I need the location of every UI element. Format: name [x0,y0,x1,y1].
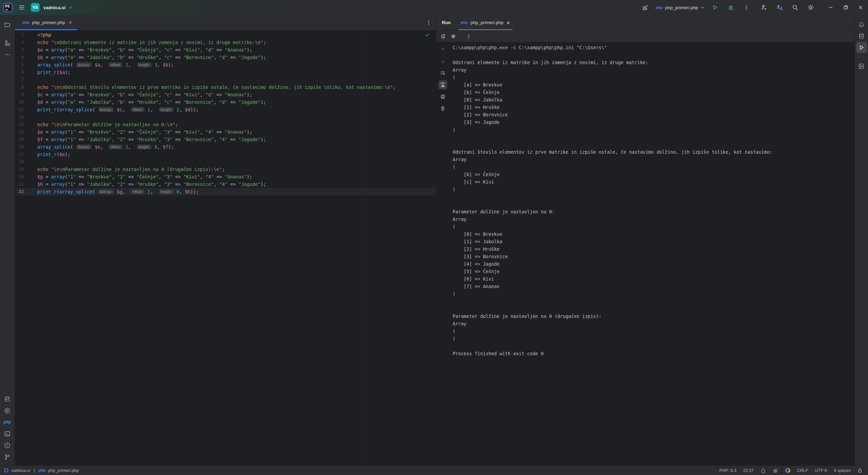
terminal-tool-icon[interactable] [2,428,13,439]
line-number: 11 [15,106,31,113]
code-text: $d = array("a" => "Jabolka", "b" => "Hru… [31,98,266,106]
debug-button[interactable] [726,2,736,13]
translate-icon[interactable] [774,2,785,13]
code-line: 11print_r(array_splice( &array: $c, offs… [15,106,436,113]
structure-tool-icon[interactable] [2,38,13,49]
code-line: 17print_r($e); [15,151,436,158]
next-occurrence-icon[interactable] [438,57,447,65]
breadcrumb-file[interactable]: php_primeri.php [48,468,79,473]
print-icon[interactable] [438,92,447,101]
drop-icon[interactable] [761,468,766,473]
window-minimize-button[interactable] [823,0,838,15]
tab-options-icon[interactable] [421,15,436,30]
code-line: 20$g = array("1" => "Breskve", "2" => "Č… [15,173,436,180]
run-tool-window: Run php php_primeri.php ✕ [436,15,854,466]
more-tool-windows-icon[interactable] [2,49,13,60]
project-tool-icon[interactable] [2,19,13,30]
project-selector[interactable]: VS vadnica.si [31,3,73,12]
more-actions-icon[interactable] [741,2,751,13]
console-gutter [436,42,449,466]
line-number: 20 [15,173,31,180]
database-tool-icon[interactable] [2,394,13,404]
debug-listener-icon[interactable] [773,468,778,473]
window-restore-button[interactable] [838,0,853,15]
breadcrumb-project[interactable]: vadnica.si [11,468,30,473]
stripe-separator [4,34,11,34]
code-text: echo "\n\nParameter dolžine je nastavlje… [31,121,178,128]
window-close-button[interactable] [853,0,868,15]
console-line: [3] => Borovnice [453,253,854,260]
run-tool-window-icon[interactable] [856,42,867,53]
inspections-ok-icon[interactable] [425,32,430,37]
console-line: [0] => Jabolka [453,96,854,103]
code-line: 4$b = array("a" => "Jabolka", "b" => "Hr… [15,54,436,61]
php-version-widget[interactable]: PHP: 8.3 [719,468,736,473]
notifications-bell-icon[interactable] [856,19,867,30]
git-tool-icon[interactable] [2,451,13,462]
code-with-me-icon[interactable] [759,2,769,13]
parameter-hint: length: [159,189,174,194]
tab-close-icon[interactable]: ✕ [506,20,510,25]
editor-tab-php-primeri[interactable]: php php_primeri.php ✕ [15,15,77,30]
code-line: 19echo "\n\nParameter dolžine je nastavl… [15,166,436,173]
chevron-down-icon [701,5,705,10]
run-configuration-selector[interactable]: php php_primeri.php [656,5,705,10]
code-text: $h = array("1" => "Jabolka", "2" => "Hru… [31,180,266,188]
scroll-to-end-icon[interactable] [438,80,447,89]
previous-occurrence-icon[interactable] [438,45,447,54]
debug-listener-icon[interactable] [640,2,650,13]
line-number: 14 [15,128,31,136]
services-tool-icon[interactable] [2,405,13,416]
php-file-icon: php [656,6,663,10]
line-ending-widget[interactable]: CRLF [797,468,808,473]
problems-tool-icon[interactable] [2,440,13,451]
run-button[interactable] [710,2,720,13]
code-text: $c = array("a" => "Breskve", "b" => "Češ… [31,91,252,98]
console-line [453,141,854,148]
phpstorm-logo-icon[interactable]: PS [3,3,13,12]
right-tool-stripe [854,15,868,466]
code-text: $f = array("1" => "Jabolka", "2" => "Hru… [31,136,266,143]
settings-gear-icon[interactable] [806,2,816,13]
main-menu-icon[interactable] [17,2,27,13]
console-line: [0] => Breskve [453,230,854,238]
stop-button[interactable] [449,32,457,40]
console-line: [2] => Hruške [453,245,854,253]
run-console-output[interactable]: C:\xampp\php\php.exe -c C:\xampp\php\php… [449,42,854,466]
run-more-options-icon[interactable] [465,32,473,40]
clear-all-icon[interactable] [438,104,447,113]
tab-close-icon[interactable]: ✕ [68,20,72,25]
stripe-separator [858,57,865,57]
google-icon[interactable] [785,468,790,473]
run-tab-php-primeri[interactable]: php php_primeri.php ✕ [457,15,514,30]
parameter-hint: length: [137,62,152,67]
code-text: <?php [31,31,51,39]
line-number: 5 [15,61,31,69]
line-number: 7 [15,76,31,83]
code-editor[interactable]: 1<?php2echo "\nOdstrani elemente iz matr… [15,31,436,466]
console-line: ) [453,186,854,193]
indent-widget[interactable]: 4 spaces [834,468,851,473]
console-line [453,193,854,201]
clock-widget[interactable]: 22:37 [743,468,754,473]
rerun-button[interactable] [439,32,447,40]
php-tool-icon[interactable]: php [2,417,13,428]
documentation-tool-icon[interactable] [856,61,867,72]
search-everywhere-icon[interactable] [790,2,800,13]
console-line: ) [453,335,854,342]
console-line: Array [453,215,854,223]
line-number: 17 [15,151,31,158]
unlock-icon[interactable] [857,468,863,473]
console-line [453,298,854,305]
console-line: ) [453,290,854,298]
code-line: 9$c = array("a" => "Breskve", "b" => "Če… [15,91,436,98]
database-tool-icon[interactable] [856,31,867,41]
console-line [453,201,854,208]
parameter-hint: &array: [98,189,114,194]
console-line: [b] => Češnje [453,89,854,96]
encoding-widget[interactable]: UTF-8 [815,468,827,473]
parameter-hint: offset: [109,145,122,149]
soft-wrap-icon[interactable] [438,69,447,77]
code-text: array_splice( &array: $e, offset: 1, len… [31,143,174,151]
parameter-hint: &array: [98,107,114,112]
